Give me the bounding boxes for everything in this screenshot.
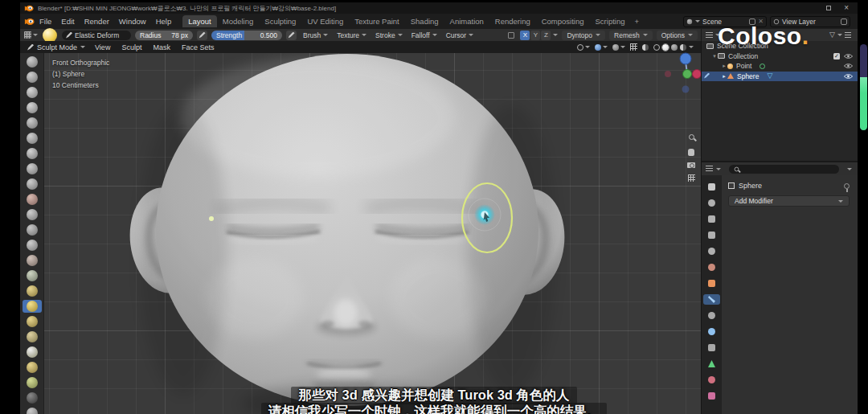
brush-inflate-button[interactable] xyxy=(23,147,42,160)
properties-editor-chevron-icon[interactable] xyxy=(716,168,721,170)
brush-grab-button[interactable] xyxy=(23,285,42,297)
brush-name-field[interactable]: Elastic Deform xyxy=(62,31,131,40)
workspace-tab-sculpting[interactable]: Sculpting xyxy=(259,15,301,27)
brush-draw-sharp-button[interactable] xyxy=(23,71,42,84)
expand-chevron-icon[interactable]: ▸ xyxy=(721,63,727,69)
symmetry-x-toggle[interactable]: X xyxy=(520,31,530,40)
camera-view-button[interactable] xyxy=(686,159,697,170)
symmetry-y-toggle[interactable]: Y xyxy=(530,31,540,40)
brush-multiplane-scrape-button[interactable] xyxy=(23,254,42,267)
tab-view-layer-properties[interactable] xyxy=(703,230,720,240)
brush-crease-button[interactable] xyxy=(23,178,42,191)
brush-elastic-deform-button[interactable] xyxy=(23,300,42,313)
outliner-filter-chevron-icon[interactable] xyxy=(837,34,842,36)
hide-sphere-eye-icon[interactable] xyxy=(844,73,853,80)
workspace-tab-shading[interactable]: Shading xyxy=(405,15,444,27)
tab-render-properties[interactable] xyxy=(703,198,720,208)
menu-render[interactable]: Render xyxy=(80,17,114,26)
hide-point-eye-icon[interactable] xyxy=(844,63,853,69)
viewport-menu-view[interactable]: View xyxy=(90,43,115,51)
expand-chevron-icon[interactable]: ▸ xyxy=(721,73,727,80)
outliner-row-collection[interactable]: ▾ Collection ✓ xyxy=(702,51,858,62)
properties-editor-icon[interactable] xyxy=(706,166,713,172)
outliner-row-sphere[interactable]: ▸ Sphere ▽ xyxy=(702,72,858,82)
brush-clay-button[interactable] xyxy=(23,86,42,99)
restore-window-icon[interactable] xyxy=(826,6,831,10)
new-view-layer-icon[interactable] xyxy=(841,18,847,25)
strength-pressure-button[interactable] xyxy=(286,31,297,40)
axis-y-icon[interactable] xyxy=(683,70,692,79)
axis-x-neg-icon[interactable] xyxy=(665,71,671,77)
brush-thumb-button[interactable] xyxy=(23,330,42,343)
brush-pinch-button[interactable] xyxy=(23,269,42,282)
add-modifier-button[interactable]: Add Modifier xyxy=(728,195,850,207)
outliner-filter-icon[interactable]: ▽ xyxy=(829,31,835,39)
editor-type-button[interactable] xyxy=(24,31,38,39)
radius-slider[interactable]: Radius 78 px xyxy=(135,31,193,40)
viewport-menu-face-sets[interactable]: Face Sets xyxy=(177,43,219,51)
dyntopo-panel-button[interactable]: Dyntopo xyxy=(562,31,605,40)
workspace-tab-modeling[interactable]: Modeling xyxy=(217,15,260,27)
brush-panel-button[interactable]: Brush xyxy=(301,31,330,39)
symmetry-z-toggle[interactable]: Z xyxy=(541,31,551,40)
tab-object-data-properties[interactable] xyxy=(703,359,720,369)
sculpted-head-model[interactable] xyxy=(20,41,701,414)
navigation-gizmo[interactable] xyxy=(663,48,701,96)
viewport-menu-mask[interactable]: Mask xyxy=(148,43,175,51)
stroke-panel-button[interactable]: Stroke xyxy=(373,31,405,39)
brush-clay-strips-button[interactable] xyxy=(23,101,42,114)
pan-viewport-button[interactable] xyxy=(686,146,697,158)
pivot-point-button[interactable] xyxy=(577,44,590,51)
workspace-tab-texture-paint[interactable]: Texture Paint xyxy=(349,15,404,27)
menu-edit[interactable]: Edit xyxy=(56,17,79,26)
properties-search-input[interactable] xyxy=(729,165,839,174)
expand-chevron-icon[interactable]: ▾ xyxy=(711,53,718,59)
axis-z-icon[interactable] xyxy=(680,53,691,64)
menu-window[interactable]: Window xyxy=(114,17,151,26)
zoom-viewport-button[interactable] xyxy=(686,131,697,142)
tab-tool-properties[interactable] xyxy=(703,182,720,192)
workspace-tab-compositing[interactable]: Compositing xyxy=(536,15,590,27)
brush-clay-thumb-button[interactable] xyxy=(23,117,42,129)
brush-nudge-button[interactable] xyxy=(23,361,42,374)
axis-x-icon[interactable] xyxy=(693,70,702,79)
viewport-3d[interactable]: Sculpt Mode View Sculpt Mask Face Sets xyxy=(20,41,701,414)
menu-file[interactable]: File xyxy=(35,17,56,26)
options-panel-button[interactable]: Options xyxy=(657,31,698,40)
proportional-edit-button[interactable] xyxy=(612,44,625,51)
workspace-tab-uv-editing[interactable]: UV Editing xyxy=(301,15,349,27)
symmetry-chevron-icon[interactable] xyxy=(553,34,558,36)
hide-collection-eye-icon[interactable] xyxy=(844,53,853,59)
tab-modifiers-properties[interactable] xyxy=(703,294,720,305)
brush-snake-hook-button[interactable] xyxy=(23,315,42,328)
falloff-panel-button[interactable]: Falloff xyxy=(409,31,440,39)
show-gizmo-icon[interactable] xyxy=(630,43,637,51)
properties-options-chevron-icon[interactable] xyxy=(847,168,852,170)
tab-material-properties[interactable] xyxy=(703,375,720,385)
workspace-tab-layout[interactable]: Layout xyxy=(182,15,217,27)
tab-particles-properties[interactable] xyxy=(703,310,720,321)
brush-pose-button[interactable] xyxy=(23,346,42,359)
toggle-perspective-button[interactable] xyxy=(686,172,697,183)
menu-help[interactable]: Help xyxy=(151,17,177,26)
workspace-tab-rendering[interactable]: Rendering xyxy=(489,15,536,27)
close-window-icon[interactable]: × xyxy=(844,4,849,12)
brush-fill-button[interactable] xyxy=(23,223,42,236)
overlays-icon[interactable] xyxy=(642,44,649,51)
radius-pressure-button[interactable] xyxy=(197,31,207,40)
brush-smooth-button[interactable] xyxy=(23,193,42,206)
blender-menu-icon[interactable] xyxy=(24,18,35,26)
workspace-tab-animation[interactable]: Animation xyxy=(444,15,489,27)
tab-output-properties[interactable] xyxy=(703,214,720,224)
tab-object-properties[interactable] xyxy=(703,278,720,289)
brush-flatten-button[interactable] xyxy=(23,208,42,221)
add-workspace-button[interactable]: + xyxy=(630,17,643,26)
pin-icon[interactable] xyxy=(844,183,850,189)
tab-constraints-properties[interactable] xyxy=(703,342,720,353)
brush-preview-icon[interactable] xyxy=(43,28,57,43)
tab-physics-properties[interactable] xyxy=(703,326,720,337)
wireframe-shading-icon[interactable] xyxy=(653,44,660,51)
axis-z-neg-icon[interactable] xyxy=(682,86,690,93)
brush-draw-button[interactable] xyxy=(23,55,42,68)
strength-slider[interactable]: Strength 0.500 xyxy=(211,31,282,40)
